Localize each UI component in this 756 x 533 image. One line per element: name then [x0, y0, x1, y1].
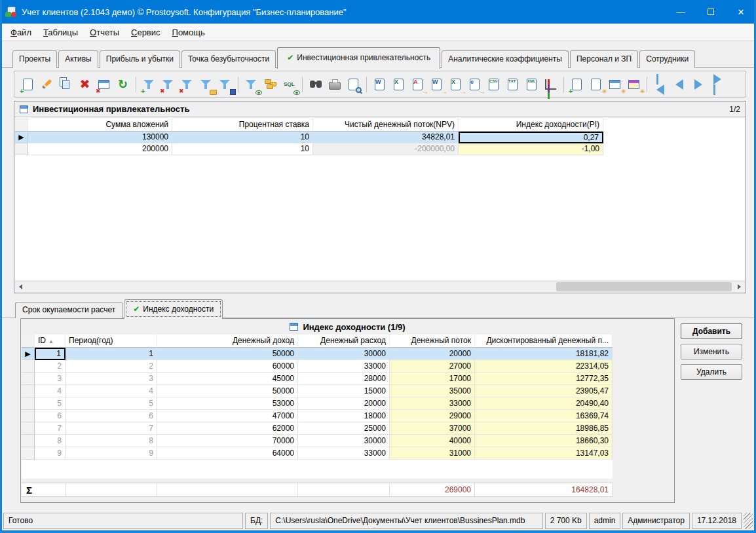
group-tree-button[interactable]: [261, 75, 280, 94]
nav-next-button[interactable]: [689, 75, 708, 94]
add-linked-record-button[interactable]: +: [567, 75, 586, 94]
subtab-payback-period[interactable]: Срок окупаемости расчет: [15, 302, 123, 318]
menu-reports[interactable]: Отчеты: [84, 25, 125, 40]
scroll-left-arrow[interactable]: [15, 282, 26, 292]
table-row[interactable]: ▶ 130000 10 34828,01 0,27: [15, 132, 745, 143]
add-button[interactable]: Добавить: [681, 323, 742, 339]
tab-personnel[interactable]: Персонал и ЗП: [570, 50, 638, 68]
filter-save-button[interactable]: [216, 75, 235, 94]
cell: 18000: [298, 410, 390, 422]
table-row[interactable]: 9 9 64000 33000 31000 13147,03: [22, 447, 613, 460]
open-in-excel-button[interactable]: X→: [446, 75, 465, 94]
column-header[interactable]: ID▲: [35, 335, 66, 348]
column-header[interactable]: Чистый денежный поток(NPV): [313, 118, 459, 132]
table-settings-button[interactable]: ✳: [605, 75, 624, 94]
table-row[interactable]: 7 7 62000 25000 37000 18986,85: [22, 422, 613, 435]
table-row[interactable]: 200000 10 -200000,00 -1,00: [15, 143, 745, 155]
add-record-button[interactable]: +: [18, 75, 37, 94]
cell: 20490,40: [475, 397, 613, 410]
document-icon: [591, 79, 601, 90]
refresh-button[interactable]: ↻: [113, 75, 132, 94]
menu-file[interactable]: Файл: [5, 25, 37, 40]
menu-tables[interactable]: Таблицы: [37, 25, 84, 40]
clear-table-button[interactable]: ✖: [94, 75, 113, 94]
copy-record-button[interactable]: [56, 75, 75, 94]
main-table-header: Инвестиционная привлекательность 1/2: [14, 101, 746, 117]
column-header[interactable]: Денежный расход: [298, 335, 390, 348]
table-row[interactable]: 4 4 50000 15000 35000 23905,47: [22, 385, 613, 397]
edit-record-button[interactable]: [37, 75, 56, 94]
tab-profit-loss[interactable]: Прибыль и убытки: [100, 50, 180, 68]
export-txt-button[interactable]: TXT: [503, 75, 522, 94]
export-pdf-button[interactable]: A→: [408, 75, 427, 94]
tab-assets[interactable]: Активы: [58, 50, 98, 68]
row-selector: [22, 447, 35, 460]
table-row[interactable]: 2 2 60000 33000 27000 22314,05: [22, 360, 613, 373]
tab-investment-attractiveness[interactable]: ✔Инвестиционная привлекательность: [277, 47, 440, 69]
title-bar: Учет клиентов (2.1043 демо) © Prostoysof…: [0, 0, 756, 24]
cell: 3: [35, 373, 66, 385]
tab-projects[interactable]: Проекты: [12, 50, 57, 68]
word-document-icon: W: [432, 79, 442, 90]
resize-grip[interactable]: [744, 513, 753, 529]
tab-analytic-coefficients[interactable]: Аналитические коэффициенты: [442, 50, 569, 68]
x-badge-icon: ✖: [179, 88, 184, 94]
filter-add-button[interactable]: +: [140, 75, 159, 94]
print-button[interactable]: [325, 75, 344, 94]
binoculars-icon: [310, 80, 322, 88]
filter-show-button[interactable]: [242, 75, 261, 94]
nav-prev-button[interactable]: [670, 75, 689, 94]
nav-first-button[interactable]: [651, 75, 670, 94]
horizontal-scrollbar[interactable]: [15, 281, 745, 292]
export-xml-button[interactable]: XML: [522, 75, 541, 94]
status-date: 17.12.2018: [692, 513, 742, 529]
table-row[interactable]: 5 5 53000 20000 33000 20490,40: [22, 397, 613, 410]
column-header[interactable]: Индекс доходности(PI): [459, 118, 603, 132]
column-header[interactable]: Денежный доход: [157, 335, 298, 348]
main-tab-strip: Проекты Активы Прибыль и убытки Точка бе…: [2, 43, 754, 68]
filter-clear-button[interactable]: ✖: [178, 75, 197, 94]
search-button[interactable]: [306, 75, 325, 94]
menu-service[interactable]: Сервис: [125, 25, 166, 40]
chart-button[interactable]: [541, 75, 560, 94]
close-button[interactable]: ✕: [726, 0, 756, 24]
sql-filter-button[interactable]: SQL: [280, 75, 299, 94]
delete-button[interactable]: Удалить: [681, 364, 742, 380]
table-row[interactable]: 8 8 70000 30000 40000 18660,30: [22, 435, 613, 447]
cell: 7: [35, 422, 66, 435]
scroll-right-arrow[interactable]: [734, 282, 745, 292]
export-csv-button[interactable]: CSV: [484, 75, 503, 94]
filter-delete-button[interactable]: ✖: [159, 75, 178, 94]
open-in-word-button[interactable]: W→: [427, 75, 446, 94]
filter-load-button[interactable]: [197, 75, 216, 94]
subtab-profitability-index[interactable]: ✔Индекс доходности: [124, 299, 223, 319]
export-word-button[interactable]: W: [370, 75, 389, 94]
export-html-button[interactable]: e→: [465, 75, 484, 94]
column-header[interactable]: Период(год): [66, 335, 157, 348]
nav-last-button[interactable]: [708, 75, 727, 94]
subtable-settings-button[interactable]: ✳: [624, 75, 643, 94]
export-excel-button[interactable]: X: [389, 75, 408, 94]
print-preview-button[interactable]: [344, 75, 363, 94]
row-selector: ▶: [15, 132, 28, 143]
tab-employees[interactable]: Сотрудники: [639, 50, 695, 68]
cell: 70000: [157, 435, 298, 447]
edit-button[interactable]: Изменить: [681, 344, 742, 359]
menu-help[interactable]: Помощь: [166, 25, 211, 40]
scrollbar-thumb[interactable]: [556, 282, 732, 291]
column-header[interactable]: Сумма вложений: [28, 118, 172, 132]
delete-record-button[interactable]: ✖: [75, 75, 94, 94]
table-row[interactable]: 3 3 45000 28000 17000 12772,35: [22, 373, 613, 385]
column-header[interactable]: Денежный поток: [390, 335, 475, 348]
column-header[interactable]: Дисконтированный денежный п...: [475, 335, 613, 348]
minimize-button[interactable]: —: [666, 0, 696, 24]
row-selector: [22, 360, 35, 373]
main-table-panel: Инвестиционная привлекательность 1/2 Сум…: [14, 101, 746, 293]
table-row[interactable]: 6 6 47000 18000 29000 16369,74: [22, 410, 613, 422]
table-row[interactable]: ▶ 1 1 50000 30000 20000 18181,82: [22, 348, 613, 360]
form-settings-button[interactable]: ✳: [586, 75, 605, 94]
cell: 47000: [157, 410, 298, 422]
maximize-button[interactable]: [696, 0, 726, 24]
tab-breakeven[interactable]: Точка безубыточности: [181, 50, 276, 68]
column-header[interactable]: Процентная ставка: [172, 118, 313, 132]
